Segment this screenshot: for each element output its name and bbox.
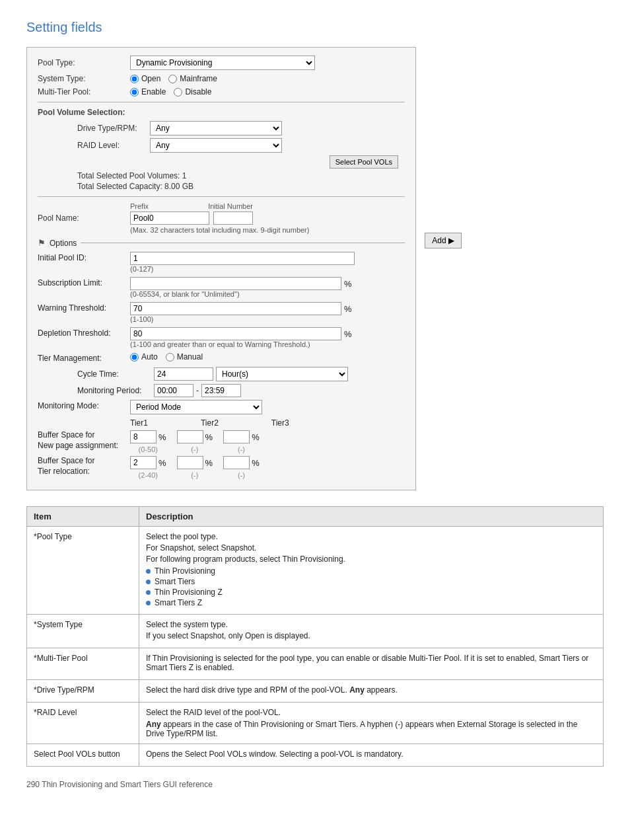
multitier-enable-option[interactable]: Enable [130,87,166,96]
tier-manual-radio[interactable] [166,353,174,362]
buffer-reloc-tier1-range: (2-40) [139,471,158,479]
warning-threshold-area: % (1-100) [130,302,405,323]
buffer-new-tier2-dash: (-) [191,445,198,453]
buffer-new-tier3-input[interactable] [223,430,250,443]
monitoring-period-separator: - [196,386,199,395]
description-table: Item Description *Pool TypeSelect the po… [26,506,604,767]
total-capacity-info: Total Selected Capacity: 8.00 GB [38,182,405,191]
depletion-threshold-range: (1-100 and greater than or equal to Warn… [130,340,405,348]
system-type-open-option[interactable]: Open [130,74,160,83]
initial-pool-id-area: (0-127) [130,252,405,273]
options-line [81,243,405,243]
buffer-new-tier1-unit: % [158,432,166,442]
depletion-threshold-label: Depletion Threshold: [38,327,130,338]
table-cell-description: Select the system type.If you select Sna… [139,615,604,648]
add-button[interactable]: Add ▶ [425,233,462,248]
depletion-threshold-area: % (1-100 and greater than or equal to Wa… [130,327,405,348]
settings-panel: Pool Type: Dynamic Provisioning System T… [26,47,416,490]
buffer-reloc-tier3-input[interactable] [223,456,250,469]
pool-type-label: Pool Type: [38,58,130,67]
tier-auto-option[interactable]: Auto [130,352,158,362]
initial-pool-id-label: Initial Pool ID: [38,252,130,262]
tier-auto-radio[interactable] [130,353,139,362]
col-item-header: Item [27,507,139,527]
buffer-reloc-tier2-unit: % [205,458,213,468]
monitoring-mode-row: Monitoring Mode: Period Mode [38,400,405,414]
buffer-new-tier2-group: % (-) [177,430,213,453]
warning-threshold-input[interactable] [130,302,341,315]
table-row: *RAID LevelSelect the RAID level of the … [27,703,604,744]
multitier-disable-option[interactable]: Disable [174,87,211,96]
pool-type-select[interactable]: Dynamic Provisioning [130,56,315,70]
multitier-enable-radio[interactable] [130,88,139,96]
table-row: *Pool TypeSelect the pool type.For Snaps… [27,527,604,615]
initial-pool-id-input[interactable] [130,252,355,265]
system-type-mainframe-radio[interactable] [168,75,177,83]
page-heading: Setting fields [26,20,604,35]
table-cell-item: *System Type [27,615,139,648]
pool-type-row: Pool Type: Dynamic Provisioning [38,56,405,70]
system-type-open-radio[interactable] [130,75,139,83]
warning-threshold-unit: % [344,304,352,314]
warning-threshold-row: Warning Threshold: % (1-100) [38,302,405,323]
buffer-new-tier2-input[interactable] [177,430,203,443]
table-row: *Drive Type/RPMSelect the hard disk driv… [27,680,604,703]
subscription-limit-input[interactable] [130,277,341,290]
buffer-new-label: Buffer Space forNew page assignment: [38,430,130,451]
cycle-time-row: Cycle Time: Hour(s) [38,367,405,381]
buffer-new-tier1-input[interactable] [130,430,157,443]
warning-threshold-label: Warning Threshold: [38,302,130,313]
buffer-reloc-tier1-input[interactable] [130,456,157,469]
bullet-dot-icon [146,590,151,595]
tier3-header: Tier3 [271,418,289,428]
divider-1 [38,102,405,102]
system-type-mainframe-option[interactable]: Mainframe [168,74,217,83]
drive-type-label: Drive Type/RPM: [77,124,150,133]
monitoring-period-end-input[interactable] [201,384,241,397]
raid-level-control: Any [150,138,282,153]
subscription-limit-row: Subscription Limit: % (0-65534, or blank… [38,277,405,298]
buffer-reloc-tier2-input[interactable] [177,456,203,469]
buffer-reloc-tier2-group: % (-) [177,456,213,479]
divider-2 [38,196,405,197]
prefix-header-row: Prefix Initial Number [38,202,405,210]
monitoring-period-label: Monitoring Period: [77,386,150,395]
monitoring-period-control: - [154,384,241,397]
monitoring-period-start-input[interactable] [154,384,193,397]
monitoring-mode-select[interactable]: Period Mode [130,400,262,414]
buffer-new-tier1-range: (0-50) [139,445,158,453]
bullet-item: Smart Tiers Z [146,598,596,607]
bullet-dot-icon [146,580,151,584]
buffer-reloc-row: Buffer Space forTier relocation: % (2-40… [38,456,405,479]
tier-manual-option[interactable]: Manual [166,352,203,362]
depletion-threshold-input[interactable] [130,327,341,340]
table-cell-item: *RAID Level [27,703,139,744]
raid-level-row: RAID Level: Any [38,138,405,153]
table-row: Select Pool VOLs buttonOpens the Select … [27,744,604,767]
total-volumes-info: Total Selected Pool Volumes: 1 [38,171,405,180]
buffer-reloc-tier1-group: % (2-40) [130,456,166,479]
buffer-reloc-tier3-group: % (-) [223,456,260,479]
page-footer: 290 Thin Provisioning and Smart Tiers GU… [26,780,604,789]
bullet-item: Smart Tiers [146,577,596,586]
buffer-reloc-label: Buffer Space forTier relocation: [38,456,130,477]
tier-management-control: Auto Manual [130,352,405,362]
table-cell-description: If Thin Provisioning is selected for the… [139,648,604,680]
buffer-reloc-tier3-dash: (-) [238,471,245,479]
buffer-new-tier3-unit: % [252,432,260,442]
pool-name-prefix-input[interactable] [130,211,209,225]
pool-name-number-input[interactable] [213,211,253,225]
table-cell-description: Select the RAID level of the pool-VOL.An… [139,703,604,744]
cycle-time-input[interactable] [154,367,213,381]
col-description-header: Description [139,507,604,527]
multitier-disable-radio[interactable] [174,88,182,96]
raid-level-select[interactable]: Any [150,138,282,153]
bullet-dot-icon [146,601,151,605]
select-pool-vols-button[interactable]: Select Pool VOLs [330,155,398,169]
buffer-new-tier3-dash: (-) [238,445,245,453]
drive-type-control: Any [150,121,282,135]
cycle-time-unit-select[interactable]: Hour(s) [216,367,348,381]
subscription-limit-range: (0-65534, or blank for "Unlimited") [130,290,405,298]
drive-type-select[interactable]: Any [150,121,282,135]
subscription-limit-unit: % [344,279,352,289]
